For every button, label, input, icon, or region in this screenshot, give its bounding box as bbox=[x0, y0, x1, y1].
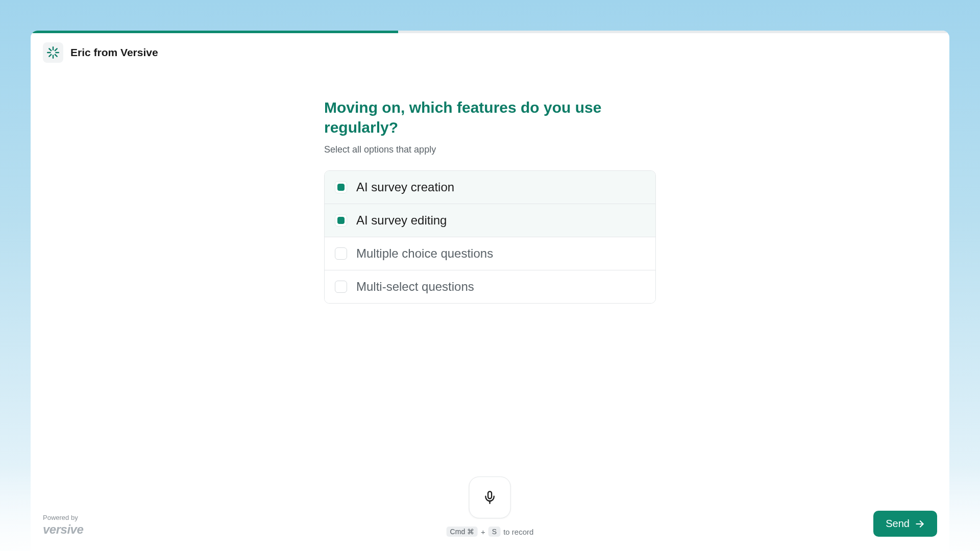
options-list: AI survey creation AI survey editing Mul… bbox=[324, 170, 656, 304]
checkbox[interactable] bbox=[335, 281, 347, 293]
option-label: Multi-select questions bbox=[356, 280, 474, 294]
option-label: AI survey creation bbox=[356, 180, 454, 194]
kbd-s: S bbox=[488, 527, 500, 537]
checkbox-fill-icon bbox=[337, 217, 345, 224]
checkbox[interactable] bbox=[335, 214, 347, 227]
option-multiple-choice-questions[interactable]: Multiple choice questions bbox=[325, 237, 655, 270]
svg-line-4 bbox=[49, 48, 51, 51]
question-text: Moving on, which features do you use reg… bbox=[324, 97, 656, 137]
send-button-label: Send bbox=[886, 518, 910, 530]
checkbox-fill-icon bbox=[337, 184, 345, 191]
powered-by-label: Powered by bbox=[43, 514, 83, 521]
hint-plus: + bbox=[481, 528, 485, 536]
survey-content: Moving on, which features do you use reg… bbox=[314, 97, 666, 304]
svg-line-7 bbox=[55, 48, 57, 51]
option-ai-survey-editing[interactable]: AI survey editing bbox=[325, 204, 655, 237]
mic-button[interactable] bbox=[469, 477, 511, 518]
send-button[interactable]: Send bbox=[873, 511, 937, 537]
kbd-cmd: Cmd ⌘ bbox=[447, 527, 478, 537]
checkbox[interactable] bbox=[335, 247, 347, 260]
brand-logo bbox=[43, 42, 63, 63]
hint-text: to record bbox=[503, 528, 533, 536]
option-label: Multiple choice questions bbox=[356, 246, 493, 261]
option-multi-select-questions[interactable]: Multi-select questions bbox=[325, 270, 655, 303]
option-ai-survey-creation[interactable]: AI survey creation bbox=[325, 171, 655, 204]
svg-rect-9 bbox=[488, 491, 492, 498]
svg-line-5 bbox=[55, 55, 57, 57]
svg-line-6 bbox=[49, 55, 51, 57]
keyboard-hint: Cmd ⌘ + S to record bbox=[447, 527, 534, 537]
versive-logo-icon bbox=[46, 46, 60, 59]
option-label: AI survey editing bbox=[356, 213, 447, 228]
record-controls: Cmd ⌘ + S to record bbox=[447, 477, 534, 537]
brand-name: versive bbox=[43, 522, 83, 537]
header-title: Eric from Versive bbox=[70, 46, 158, 59]
survey-card: Eric from Versive Moving on, which featu… bbox=[31, 31, 949, 551]
card-header: Eric from Versive bbox=[31, 33, 949, 72]
microphone-icon bbox=[483, 490, 497, 505]
checkbox[interactable] bbox=[335, 181, 347, 193]
arrow-right-icon bbox=[915, 519, 925, 529]
powered-by[interactable]: Powered by versive bbox=[43, 514, 83, 537]
question-subtitle: Select all options that apply bbox=[324, 144, 656, 155]
